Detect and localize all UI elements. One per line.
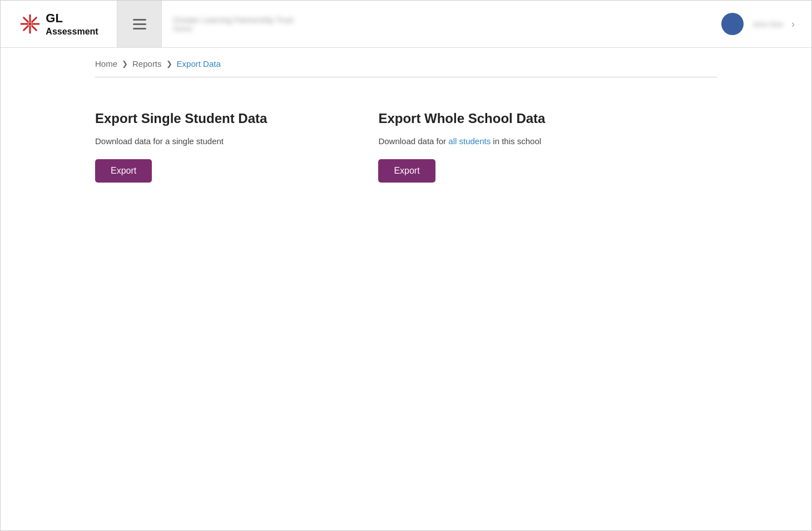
breadcrumb-chevron-1: ❯ (122, 60, 128, 68)
whole-school-desc-highlight: all students (448, 136, 491, 146)
single-student-title: Export Single Student Data (95, 111, 267, 126)
logo-assessment: Assessment (46, 26, 98, 37)
gl-logo-icon (19, 13, 41, 35)
header: GL Assessment Greater Learning Partnersh… (1, 1, 811, 48)
org-sub: Home (173, 24, 710, 33)
breadcrumb-bar: Home ❯ Reports ❯ Export Data (1, 48, 811, 77)
chevron-down-icon[interactable]: › (791, 18, 795, 30)
single-student-card: Export Single Student Data Download data… (95, 111, 267, 183)
breadcrumb: Home ❯ Reports ❯ Export Data (95, 59, 717, 77)
whole-school-export-button[interactable]: Export (378, 159, 435, 183)
page-frame: GL Assessment Greater Learning Partnersh… (0, 0, 812, 531)
svg-line-6 (32, 26, 37, 31)
main-content: Export Single Student Data Download data… (1, 77, 811, 216)
breadcrumb-current: Export Data (177, 59, 221, 68)
org-name: Greater Learning Partnership Trust (173, 16, 710, 24)
svg-point-0 (29, 23, 32, 26)
single-student-export-button[interactable]: Export (95, 159, 152, 183)
avatar (721, 13, 744, 35)
org-info: Greater Learning Partnership Trust Home (162, 16, 721, 33)
logo-text: GL Assessment (46, 11, 98, 37)
whole-school-description: Download data for all students in this s… (378, 135, 545, 148)
svg-line-8 (24, 26, 28, 31)
user-area: John Doe › (721, 13, 811, 35)
export-cards: Export Single Student Data Download data… (95, 111, 717, 183)
breadcrumb-chevron-2: ❯ (166, 60, 172, 68)
user-name: John Doe (752, 20, 783, 28)
hamburger-menu-button[interactable] (117, 1, 162, 47)
logo-area: GL Assessment (1, 1, 117, 47)
svg-line-5 (24, 18, 28, 22)
breadcrumb-reports[interactable]: Reports (132, 59, 162, 68)
whole-school-desc-part2: in this school (491, 136, 541, 146)
logo-gl: GL (46, 11, 98, 26)
hamburger-icon (133, 19, 146, 30)
single-student-description: Download data for a single student (95, 135, 267, 148)
svg-line-7 (32, 18, 37, 22)
breadcrumb-home[interactable]: Home (95, 59, 117, 68)
whole-school-card: Export Whole School Data Download data f… (378, 111, 545, 183)
whole-school-title: Export Whole School Data (378, 111, 545, 126)
whole-school-desc-part1: Download data for (378, 136, 448, 146)
